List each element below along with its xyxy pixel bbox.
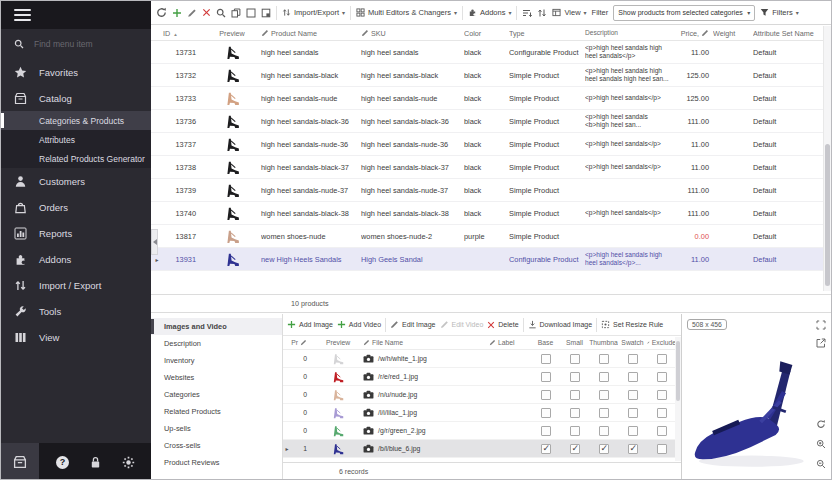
product-row[interactable]: 13740 high heel sandals-black-38 high he… (151, 202, 823, 225)
sidebar-item-categories-products[interactable]: Categories & Products (1, 111, 151, 130)
small-checkbox[interactable] (570, 390, 580, 400)
zoom-out-icon[interactable] (816, 459, 826, 469)
product-row[interactable]: 13736 high heel sandals-black-36 high he… (151, 110, 823, 133)
column-price[interactable]: Price, (675, 29, 713, 38)
small-checkbox[interactable] (570, 408, 580, 418)
swatch-checkbox[interactable] (628, 372, 638, 382)
swap-arrows-icon[interactable] (537, 8, 547, 18)
thumbnail-checkbox[interactable] (599, 354, 609, 364)
copy-icon[interactable] (231, 8, 241, 18)
column-id[interactable]: ID (163, 29, 203, 38)
category-filter-select[interactable]: Show products from selected categories (613, 5, 755, 21)
exclude-checkbox[interactable] (657, 372, 667, 382)
image-row[interactable]: 0 /r/e/red_1.jpg (283, 368, 681, 386)
small-checkbox[interactable] (570, 372, 580, 382)
base-checkbox[interactable] (541, 444, 551, 454)
multi-editors-button[interactable]: Multi Editors & Changers (356, 8, 457, 17)
sidebar-item-catalog[interactable]: Catalog (1, 85, 151, 111)
download-image-button[interactable]: Download Image (528, 320, 593, 329)
small-checkbox[interactable] (570, 354, 580, 364)
fullscreen-icon[interactable] (816, 320, 826, 330)
sidebar-item-view[interactable]: View (1, 324, 151, 350)
product-row[interactable]: 13733 high heel sandals-nude high heel s… (151, 87, 823, 110)
zoom-in-icon[interactable] (816, 439, 826, 449)
column-swatch[interactable]: Swatch (618, 339, 647, 346)
thumbnail-checkbox[interactable] (599, 408, 609, 418)
sidebar-item-reports[interactable]: Reports (1, 220, 151, 246)
image-row[interactable]: 0 /w/h/white_1.jpg (283, 350, 681, 368)
menu-search-input[interactable] (32, 38, 132, 50)
base-checkbox[interactable] (541, 408, 551, 418)
exclude-checkbox[interactable] (657, 354, 667, 364)
swatch-checkbox[interactable] (628, 444, 638, 454)
import-export-button[interactable]: Import/Export (282, 8, 345, 17)
help-icon[interactable] (56, 456, 69, 469)
column-thumbnail[interactable]: Thumbna (589, 339, 618, 346)
detail-tab[interactable]: Related Products (151, 403, 282, 420)
column-preview[interactable]: Preview (315, 339, 361, 346)
detail-tab[interactable]: Websites (151, 369, 282, 386)
column-description[interactable]: Description (585, 29, 675, 37)
images-scrollbar[interactable] (675, 337, 681, 461)
sidebar-item-addons[interactable]: Addons (1, 246, 151, 272)
product-row[interactable]: 13732 high heel sandals-black high heel … (151, 64, 823, 87)
image-row[interactable]: 0 /l/i/lilac_1.jpg (283, 404, 681, 422)
addons-button[interactable]: Addons (468, 8, 511, 17)
sidebar-item-tools[interactable]: Tools (1, 298, 151, 324)
column-sku[interactable]: SKU (361, 29, 464, 38)
thumbnail-checkbox[interactable] (599, 390, 609, 400)
base-checkbox[interactable] (541, 426, 551, 436)
base-checkbox[interactable] (541, 390, 551, 400)
store-button[interactable] (1, 443, 39, 480)
products-scrollbar[interactable] (823, 26, 831, 291)
exclude-checkbox[interactable] (657, 444, 667, 454)
sidebar-item-favorites[interactable]: Favorites (1, 59, 151, 85)
exclude-checkbox[interactable] (657, 408, 667, 418)
sidebar-item-customers[interactable]: Customers (1, 168, 151, 194)
sidebar-item-import-export[interactable]: Import / Export (1, 272, 151, 298)
detail-tab[interactable]: Cross-sells (151, 437, 282, 454)
sidebar-item-attributes[interactable]: Attributes (1, 130, 151, 149)
thumbnail-checkbox[interactable] (599, 372, 609, 382)
add-video-button[interactable]: Add Video (337, 320, 381, 329)
panel-collapse-handle[interactable] (151, 229, 158, 255)
edit-image-button[interactable]: Edit Image (390, 320, 435, 329)
add-product-icon[interactable] (172, 8, 182, 18)
sidebar-item-related-products-generator[interactable]: Related Products Generator (1, 149, 151, 168)
column-preview[interactable]: Preview (203, 29, 261, 38)
base-checkbox[interactable] (541, 372, 551, 382)
image-row[interactable]: 0 /g/r/green_2.jpg (283, 422, 681, 440)
detail-tab[interactable]: Product Reviews (151, 454, 282, 471)
swatch-checkbox[interactable] (628, 426, 638, 436)
sidebar-item-orders[interactable]: Orders (1, 194, 151, 220)
add-image-button[interactable]: Add Image (287, 320, 333, 329)
product-row[interactable]: 13737 high heel sandals-nude-36 high hee… (151, 133, 823, 156)
column-type[interactable]: Type (509, 29, 585, 38)
column-attribute-set[interactable]: Attribute Set Name (753, 29, 823, 38)
rotate-icon[interactable] (816, 419, 826, 429)
swatch-checkbox[interactable] (628, 408, 638, 418)
swatch-checkbox[interactable] (628, 354, 638, 364)
delete-product-icon[interactable] (202, 8, 211, 17)
small-checkbox[interactable] (570, 444, 580, 454)
duplicate-icon[interactable] (261, 8, 271, 18)
edit-video-button[interactable]: Edit Video (440, 320, 484, 329)
thumbnail-checkbox[interactable] (599, 426, 609, 436)
refresh-icon[interactable] (156, 7, 167, 18)
sort-lines-icon[interactable] (522, 8, 532, 18)
column-small[interactable]: Small (560, 339, 589, 346)
swatch-checkbox[interactable] (628, 390, 638, 400)
small-checkbox[interactable] (570, 426, 580, 436)
column-base[interactable]: Base (531, 339, 560, 346)
detail-tab[interactable]: Up-sells (151, 420, 282, 437)
exclude-checkbox[interactable] (657, 390, 667, 400)
base-checkbox[interactable] (541, 354, 551, 364)
column-label[interactable]: Label (489, 339, 531, 346)
image-row[interactable]: 0 /n/u/nude.jpg (283, 386, 681, 404)
edit-product-icon[interactable] (187, 8, 197, 18)
exclude-checkbox[interactable] (657, 426, 667, 436)
detail-tab[interactable]: Description (151, 335, 282, 352)
column-product-name[interactable]: Product Name (261, 29, 361, 38)
gear-icon[interactable] (122, 456, 135, 469)
search-icon[interactable] (216, 8, 226, 18)
